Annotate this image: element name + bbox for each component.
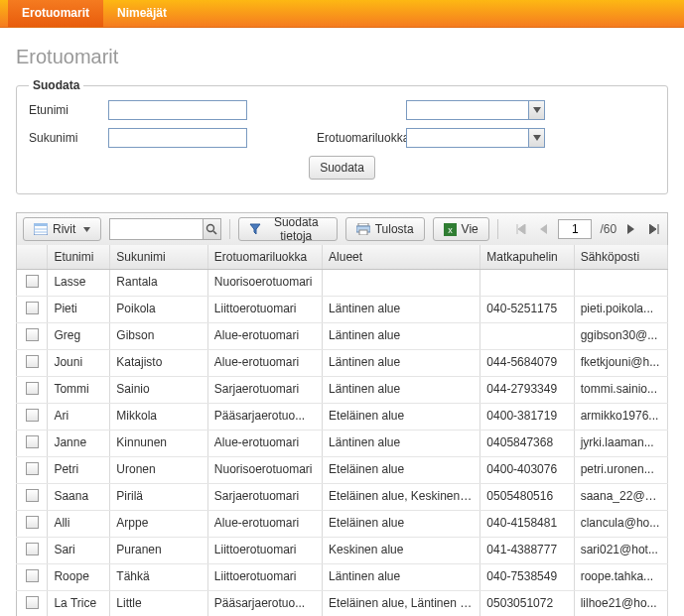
cell-sukunimi: Kinnunen bbox=[110, 431, 208, 457]
erotuomariluokka-input[interactable] bbox=[407, 129, 528, 147]
cell-sukunimi: Arppe bbox=[110, 511, 208, 538]
page-next-icon[interactable] bbox=[624, 220, 638, 238]
cell-luokka: Alue-erotuomari bbox=[207, 431, 322, 457]
table-row[interactable]: PietiPoikolaLiittoerotuomariLäntinen alu… bbox=[17, 297, 668, 323]
cell-alueet: Läntinen alue bbox=[323, 431, 480, 457]
table-row[interactable]: RoopeTähkäLiittoerotuomariLäntinen alue0… bbox=[17, 564, 668, 591]
page-first-icon[interactable] bbox=[514, 220, 528, 238]
cell-luokka: Pääsarjaerotuo... bbox=[207, 404, 322, 431]
row-checkbox[interactable] bbox=[26, 302, 39, 314]
etunimi-label: Etunimi bbox=[29, 103, 108, 117]
table-row[interactable]: AriMikkolaPääsarjaerotuo...Eteläinen alu… bbox=[17, 404, 668, 431]
etunimi-input[interactable] bbox=[108, 100, 247, 120]
chevron-down-icon[interactable] bbox=[528, 101, 544, 119]
search-box[interactable] bbox=[109, 218, 221, 240]
cell-sukunimi: Katajisto bbox=[110, 350, 208, 377]
sukunimi-input[interactable] bbox=[108, 128, 247, 148]
cell-luokka: Alue-erotuomari bbox=[207, 350, 322, 377]
cell-etunimi: Janne bbox=[48, 431, 110, 457]
cell-matkapuhelin bbox=[480, 270, 574, 297]
cell-sukunimi: Uronen bbox=[110, 457, 208, 484]
cell-alueet: Eteläinen alue, Keskinen alue bbox=[323, 484, 480, 511]
table-row[interactable]: JouniKatajistoAlue-erotuomariLäntinen al… bbox=[17, 350, 668, 377]
rows-button[interactable]: Rivit bbox=[23, 217, 101, 241]
page-last-icon[interactable] bbox=[647, 220, 661, 238]
cell-etunimi: Petri bbox=[48, 457, 110, 484]
cell-matkapuhelin: 0503051072 bbox=[480, 591, 574, 617]
cell-etunimi: La Trice bbox=[48, 591, 110, 617]
cell-matkapuhelin: 0505480516 bbox=[480, 484, 574, 511]
tab-nimeajat[interactable]: Nimeäjät bbox=[103, 0, 181, 27]
table-row[interactable]: La TriceLittlePääsarjaerotuo...Eteläinen… bbox=[17, 591, 668, 617]
row-checkbox[interactable] bbox=[26, 569, 39, 582]
col-etunimi[interactable]: Etunimi bbox=[48, 245, 110, 270]
separator bbox=[229, 219, 230, 239]
grid-header-row: Etunimi Sukunimi Erotuomariluokka Alueet… bbox=[17, 245, 668, 270]
row-checkbox[interactable] bbox=[26, 275, 39, 288]
cell-etunimi: Greg bbox=[48, 323, 110, 350]
row-checkbox[interactable] bbox=[26, 462, 39, 475]
cell-matkapuhelin: 041-4388777 bbox=[480, 538, 574, 564]
row-checkbox[interactable] bbox=[26, 328, 39, 341]
print-button[interactable]: Tulosta bbox=[345, 217, 425, 241]
cell-luokka: Sarjaerotuomari bbox=[207, 484, 322, 511]
table-row[interactable]: SaanaPiriläSarjaerotuomariEteläinen alue… bbox=[17, 484, 668, 511]
rows-label: Rivit bbox=[53, 222, 75, 236]
row-checkbox[interactable] bbox=[26, 489, 39, 502]
row-checkbox[interactable] bbox=[26, 382, 39, 395]
cell-sahkoposti: pieti.poikola... bbox=[574, 297, 667, 323]
row-checkbox[interactable] bbox=[26, 355, 39, 368]
col-sukunimi[interactable]: Sukunimi bbox=[110, 245, 208, 270]
col-sahkoposti[interactable]: Sähköposti bbox=[574, 245, 667, 270]
search-input[interactable] bbox=[110, 219, 202, 239]
row-checkbox[interactable] bbox=[26, 543, 39, 555]
tab-bar: Erotuomarit Nimeäjät bbox=[0, 0, 684, 28]
col-matkapuhelin[interactable]: Matkapuhelin bbox=[480, 245, 574, 270]
table-row[interactable]: TommiSainioSarjaerotuomariLäntinen alue0… bbox=[17, 377, 668, 404]
export-button[interactable]: x Vie bbox=[433, 217, 489, 241]
cell-matkapuhelin: 044-2793349 bbox=[480, 377, 574, 404]
cell-sahkoposti: tommi.sainio... bbox=[574, 377, 667, 404]
separator bbox=[497, 219, 498, 239]
col-alueet[interactable]: Alueet bbox=[323, 245, 480, 270]
funnel-icon bbox=[249, 223, 261, 235]
tab-erotuomarit[interactable]: Erotuomarit bbox=[8, 0, 103, 27]
cell-etunimi: Ari bbox=[48, 404, 110, 431]
row-checkbox[interactable] bbox=[26, 409, 39, 422]
filter-submit-label: Suodata bbox=[320, 161, 364, 175]
cell-matkapuhelin: 0400-381719 bbox=[480, 404, 574, 431]
cell-alueet: Eteläinen alue bbox=[323, 457, 480, 484]
filter-submit-button[interactable]: Suodata bbox=[309, 156, 375, 180]
row-checkbox[interactable] bbox=[26, 596, 39, 609]
filter-dropdown-1[interactable] bbox=[406, 100, 545, 120]
cell-alueet: Eteläinen alue bbox=[323, 404, 480, 431]
page-prev-icon[interactable] bbox=[536, 220, 550, 238]
cell-sukunimi: Poikola bbox=[110, 297, 208, 323]
table-row[interactable]: AlliArppeAlue-erotuomariEteläinen alue04… bbox=[17, 511, 668, 538]
cell-etunimi: Roope bbox=[48, 564, 110, 591]
cell-matkapuhelin: 0400-403076 bbox=[480, 457, 574, 484]
table-row[interactable]: LasseRantalaNuorisoerotuomari bbox=[17, 270, 668, 297]
cell-alueet: Läntinen alue bbox=[323, 350, 480, 377]
table-row[interactable]: PetriUronenNuorisoerotuomariEteläinen al… bbox=[17, 457, 668, 484]
filter-data-button[interactable]: Suodata tietoja bbox=[238, 217, 338, 241]
cell-etunimi: Jouni bbox=[48, 350, 110, 377]
row-checkbox[interactable] bbox=[26, 435, 39, 448]
erotuomariluokka-dropdown[interactable] bbox=[406, 128, 545, 148]
row-checkbox[interactable] bbox=[26, 516, 39, 529]
table-row[interactable]: JanneKinnunenAlue-erotuomariLäntinen alu… bbox=[17, 431, 668, 457]
filter-dropdown-1-input[interactable] bbox=[407, 101, 528, 119]
cell-etunimi: Sari bbox=[48, 538, 110, 564]
erotuomariluokka-label: Erotuomariluokka bbox=[317, 131, 406, 145]
col-luokka[interactable]: Erotuomariluokka bbox=[207, 245, 322, 270]
page-title: Erotuomarit bbox=[16, 46, 668, 68]
cell-matkapuhelin: 0405847368 bbox=[480, 431, 574, 457]
cell-sukunimi: Rantala bbox=[110, 270, 208, 297]
table-row[interactable]: SariPuranenLiittoerotuomariKeskinen alue… bbox=[17, 538, 668, 564]
page-number-input[interactable] bbox=[558, 219, 592, 239]
cell-alueet: Eteläinen alue bbox=[323, 511, 480, 538]
search-icon[interactable] bbox=[203, 219, 220, 239]
cell-sukunimi: Pirilä bbox=[110, 484, 208, 511]
chevron-down-icon[interactable] bbox=[528, 129, 544, 147]
table-row[interactable]: GregGibsonAlue-erotuomariLäntinen aluegg… bbox=[17, 323, 668, 350]
